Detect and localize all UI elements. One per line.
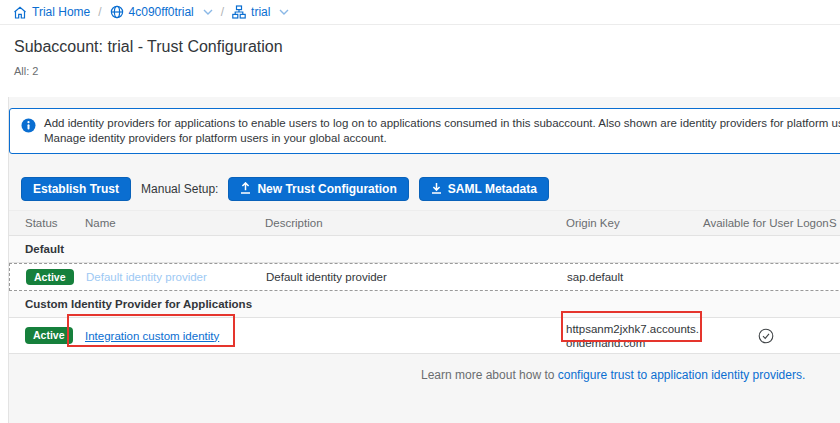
status-cell: Active xyxy=(25,327,85,344)
table-row[interactable]: Active Integration custom identity https… xyxy=(9,318,840,354)
trust-configuration-table: Status Name Description Origin Key Avail… xyxy=(9,210,840,354)
column-header-origin-key: Origin Key xyxy=(566,217,703,229)
new-trust-configuration-button[interactable]: New Trust Configuration xyxy=(228,177,408,201)
breadcrumb-label: 4c090ff0trial xyxy=(129,5,194,19)
download-icon xyxy=(431,182,442,197)
table-header-row: Status Name Description Origin Key Avail… xyxy=(9,210,840,236)
table-row[interactable]: Active Default identity provider Default… xyxy=(9,263,840,291)
column-header-available-for-user-logon: Available for User Logon xyxy=(703,217,829,229)
saml-metadata-button[interactable]: SAML Metadata xyxy=(419,177,549,201)
page-title: Subaccount: trial - Trust Configuration xyxy=(14,38,840,56)
configure-trust-link[interactable]: configure trust to application identity … xyxy=(558,368,805,382)
available-cell xyxy=(703,328,829,344)
chevron-down-icon[interactable] xyxy=(279,9,289,15)
breadcrumb-label: Trial Home xyxy=(32,5,90,19)
breadcrumb-label: trial xyxy=(251,5,270,19)
home-icon xyxy=(13,6,27,19)
column-header-description: Description xyxy=(265,217,566,229)
upload-icon xyxy=(240,182,251,197)
status-cell: Active xyxy=(26,269,86,286)
group-label: Default xyxy=(25,243,840,255)
trust-configuration-page: Trial Home / 4c090ff0trial / xyxy=(0,0,840,423)
establish-trust-button[interactable]: Establish Trust xyxy=(21,177,131,201)
breadcrumb-trial-home[interactable]: Trial Home xyxy=(13,5,90,19)
column-header-clipped: S xyxy=(829,217,840,229)
chevron-down-icon[interactable] xyxy=(203,9,213,15)
banner-text-line1: Add identity providers for applications … xyxy=(44,116,840,131)
toolbar: Establish Trust Manual Setup: New Trust … xyxy=(21,177,549,201)
identity-provider-link: Default identity provider xyxy=(86,271,266,283)
org-tree-icon xyxy=(232,5,246,19)
origin-key-cell: httpsanm2jxhk7.accounts.ondemand.com xyxy=(566,322,701,350)
description-cell: Default identity provider xyxy=(266,271,567,283)
checkmark-circle-icon xyxy=(758,328,774,344)
group-header-custom-idp: Custom Identity Provider for Application… xyxy=(9,291,840,318)
origin-key-cell: sap.default xyxy=(567,271,704,283)
learn-more-text: Learn more about how to configure trust … xyxy=(421,368,805,382)
group-label: Custom Identity Provider for Application… xyxy=(25,298,840,310)
content-panel: Add identity providers for applications … xyxy=(8,97,840,423)
breadcrumb-subaccount[interactable]: trial xyxy=(232,5,289,19)
status-badge: Active xyxy=(26,269,74,286)
status-badge: Active xyxy=(25,327,73,344)
banner-text-line2: Manage identity providers for platform u… xyxy=(44,131,840,146)
page-header: Subaccount: trial - Trust Configuration … xyxy=(0,25,840,97)
breadcrumb-separator: / xyxy=(98,5,101,19)
group-header-default: Default xyxy=(9,236,840,263)
identity-provider-link[interactable]: Integration custom identity xyxy=(85,330,265,342)
globe-icon xyxy=(110,5,124,19)
record-count: All: 2 xyxy=(14,65,840,77)
column-header-name: Name xyxy=(85,217,265,229)
breadcrumb-separator: / xyxy=(221,5,224,19)
info-icon xyxy=(21,118,36,137)
breadcrumb-global-account[interactable]: 4c090ff0trial xyxy=(110,5,213,19)
column-header-status: Status xyxy=(25,217,85,229)
info-banner: Add identity providers for applications … xyxy=(9,108,840,154)
breadcrumb: Trial Home / 4c090ff0trial / xyxy=(0,0,840,25)
manual-setup-label: Manual Setup: xyxy=(141,182,218,196)
